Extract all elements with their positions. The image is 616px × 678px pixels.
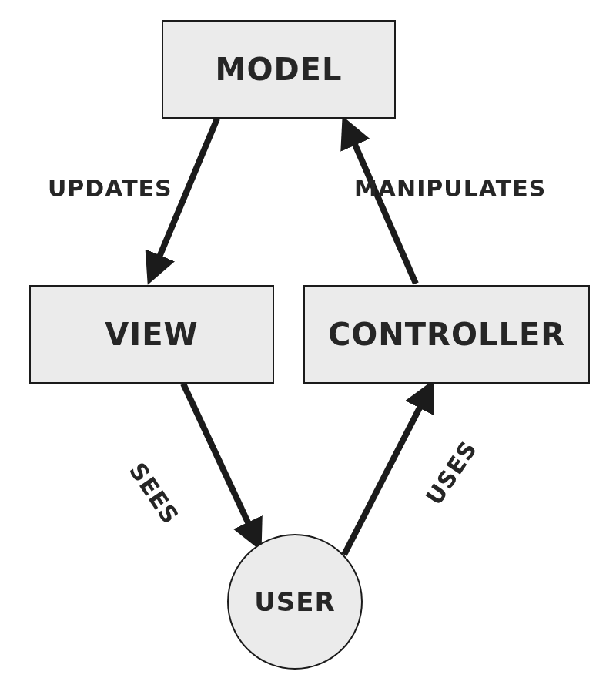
edge-label-sees: SEES — [124, 458, 184, 529]
node-user-label: USER — [254, 586, 336, 617]
edge-label-manipulates: MANIPULATES — [354, 175, 546, 202]
edge-label-uses: USES — [420, 436, 483, 510]
node-view-label: VIEW — [105, 317, 198, 352]
node-model: MODEL — [162, 20, 396, 119]
node-user: USER — [227, 534, 363, 670]
arrow-uses — [344, 385, 431, 555]
node-view: VIEW — [29, 285, 274, 384]
node-controller-label: CONTROLLER — [328, 317, 565, 352]
node-controller: CONTROLLER — [303, 285, 590, 384]
arrow-manipulates — [345, 122, 416, 284]
arrow-sees — [183, 384, 259, 545]
node-model-label: MODEL — [216, 52, 343, 87]
edge-label-updates: UPDATES — [48, 175, 172, 202]
